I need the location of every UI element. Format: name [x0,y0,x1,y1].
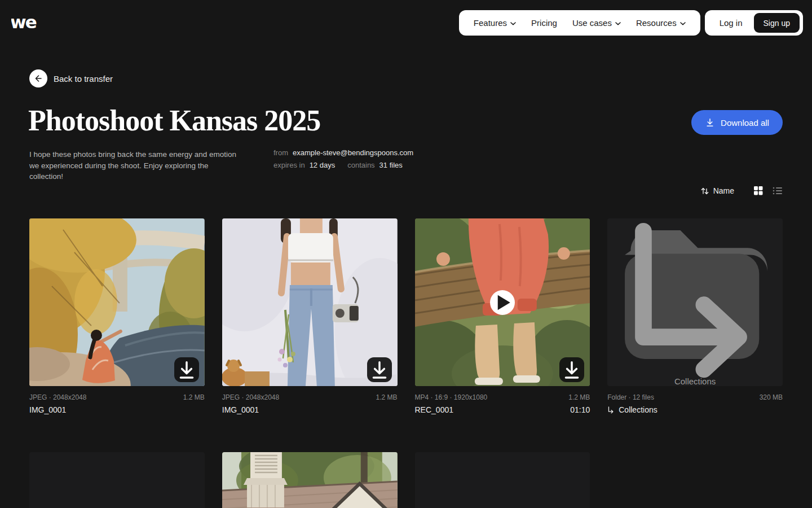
chevron-down-icon [510,22,516,25]
chevron-down-icon [615,22,621,25]
video-thumbnail[interactable] [415,218,590,386]
log-in-button[interactable]: Log in [710,18,752,28]
file-card-collections-folder: Collections Folder · 12 files 320 MB Col… [607,218,783,414]
subfolder-arrow-icon [607,218,783,386]
file-name: IMG_0001 [29,405,66,414]
chevron-down-icon [680,22,686,25]
download-all-button[interactable]: Download all [691,110,783,135]
transfer-description: I hope these photos bring back the same … [29,149,242,182]
file-name: REC_0001 [415,405,454,414]
file-card-rec-0001: MP4 · 16:9 · 1920x1080 1.2 MB REC_0001 0… [415,218,590,414]
file-name: Collections [607,405,657,414]
main-nav-pill: Features Pricing Use cases Resources [459,10,700,36]
play-button[interactable] [490,290,515,315]
image-thumbnail-placeholder[interactable] [415,452,590,508]
from-label: from [273,148,288,158]
file-size: 1.2 MB [568,393,590,401]
list-view-icon [773,186,783,195]
file-card-loading-b [415,452,590,508]
file-info-row: MP4 · 16:9 · 1920x1080 1.2 MB [415,393,590,401]
grid-view-icon [753,186,763,195]
file-meta: JPEG · 2048x2048 [29,393,86,401]
expires-pair: expires in 12 days [273,160,335,170]
expires-label: expires in [273,160,305,170]
file-info-row: JPEG · 2048x2048 1.2 MB [29,393,205,401]
download-all-label: Download all [721,118,769,128]
download-icon [559,357,584,382]
file-name: IMG_0001 [222,405,259,414]
meta-from-row: from example-steve@bendingspoons.com [273,148,413,158]
nav-item-label: Features [474,18,507,28]
download-file-button[interactable] [559,357,584,382]
top-navigation: Features Pricing Use cases Resources Log… [459,10,803,36]
transfer-meta: from example-steve@bendingspoons.com exp… [273,148,413,173]
nav-item-label: Use cases [572,18,612,28]
folder-thumbnail[interactable]: Collections [607,218,783,386]
play-icon [490,290,515,315]
svg-text:we: we [11,12,37,32]
file-size: 1.2 MB [183,393,205,401]
sign-up-button[interactable]: Sign up [754,13,800,33]
file-card-loading-a [29,452,205,508]
image-thumbnail[interactable] [222,218,398,386]
nav-item-features[interactable]: Features [474,18,516,28]
file-name-row: IMG_0001 [222,405,398,414]
meta-details-row: expires in 12 days contains 31 files [273,160,413,170]
folder-name: Collections [619,405,657,414]
subfolder-arrow-icon [607,406,615,414]
contains-label: contains [347,160,374,170]
view-switcher [753,186,783,195]
nav-item-use-cases[interactable]: Use cases [572,18,621,28]
file-grid: JPEG · 2048x2048 1.2 MB IMG_0001 [29,218,783,508]
file-meta: MP4 · 16:9 · 1920x1080 [415,393,488,401]
nav-item-pricing[interactable]: Pricing [531,18,557,28]
folder-card-label: Collections [674,376,716,386]
list-view-button[interactable] [773,186,783,195]
file-name-row: Collections [607,405,783,414]
video-duration: 01:10 [570,405,590,414]
page-title: Photoshoot Kansas 2025 [28,104,320,137]
sort-arrows-icon [700,186,709,195]
back-to-transfer[interactable]: Back to transfer [29,69,113,87]
download-file-button[interactable] [174,357,199,382]
image-thumbnail[interactable] [222,452,398,508]
file-meta: Folder · 12 files [607,393,654,401]
download-icon [705,117,715,128]
image-thumbnail-placeholder[interactable] [29,452,205,508]
auth-nav-pill: Log in Sign up [705,10,803,36]
grid-view-button[interactable] [753,186,763,195]
back-circle[interactable] [29,69,47,87]
file-card-img-0001-b: JPEG · 2048x2048 1.2 MB IMG_0001 [222,218,398,414]
from-value: example-steve@bendingspoons.com [293,148,413,158]
file-name-row: REC_0001 01:10 [415,405,590,414]
list-toolbar: Name [700,186,783,195]
download-icon [367,357,392,382]
expires-value: 12 days [310,160,336,170]
file-size: 320 MB [760,393,783,401]
sort-control[interactable]: Name [700,186,734,195]
file-size: 1.2 MB [376,393,397,401]
thumbnail-art-roof [222,452,398,508]
file-meta: JPEG · 2048x2048 [222,393,279,401]
file-info-row: Folder · 12 files 320 MB [607,393,783,401]
contains-value: 31 files [379,160,403,170]
download-icon [174,357,199,382]
file-card-img-0001-a: JPEG · 2048x2048 1.2 MB IMG_0001 [29,218,205,414]
sort-label: Name [713,186,734,195]
file-name-row: IMG_0001 [29,405,205,414]
we-logo-icon: we [11,12,38,32]
back-label: Back to transfer [54,74,113,84]
image-thumbnail[interactable] [29,218,205,386]
contains-pair: contains 31 files [347,160,403,170]
transfer-download-page: we Features Pricing Use cases Resources … [0,0,812,508]
download-file-button[interactable] [367,357,392,382]
file-card-roof-photo [222,452,398,508]
nav-item-label: Pricing [531,18,557,28]
nav-item-label: Resources [636,18,677,28]
file-info-row: JPEG · 2048x2048 1.2 MB [222,393,398,401]
nav-item-resources[interactable]: Resources [636,18,686,28]
arrow-left-icon [34,74,43,83]
wetransfer-logo[interactable]: we [11,12,38,32]
